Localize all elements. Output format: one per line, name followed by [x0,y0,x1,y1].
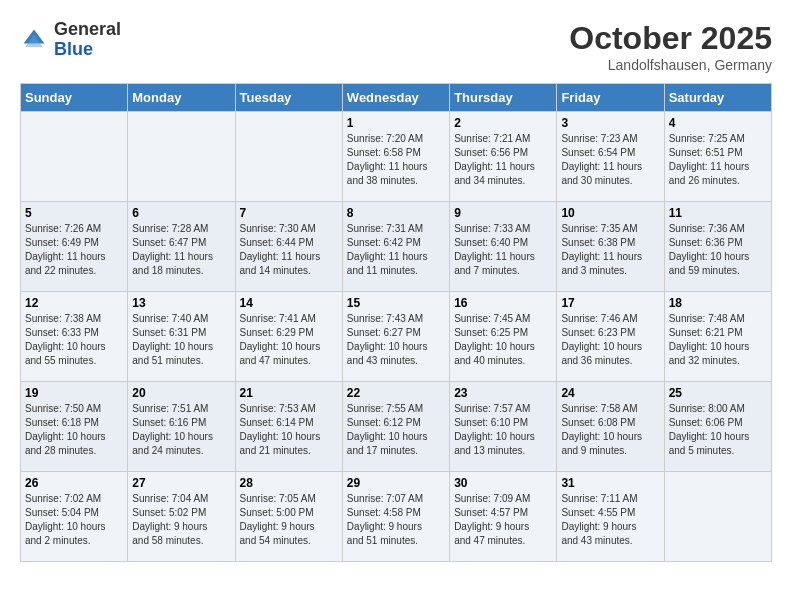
calendar-cell: 31Sunrise: 7:11 AM Sunset: 4:55 PM Dayli… [557,472,664,562]
day-number: 23 [454,386,552,400]
day-number: 2 [454,116,552,130]
day-info: Sunrise: 7:09 AM Sunset: 4:57 PM Dayligh… [454,492,552,548]
calendar-cell: 8Sunrise: 7:31 AM Sunset: 6:42 PM Daylig… [342,202,449,292]
calendar-cell: 4Sunrise: 7:25 AM Sunset: 6:51 PM Daylig… [664,112,771,202]
day-info: Sunrise: 7:05 AM Sunset: 5:00 PM Dayligh… [240,492,338,548]
calendar-body: 1Sunrise: 7:20 AM Sunset: 6:58 PM Daylig… [21,112,772,562]
day-info: Sunrise: 7:28 AM Sunset: 6:47 PM Dayligh… [132,222,230,278]
day-info: Sunrise: 7:11 AM Sunset: 4:55 PM Dayligh… [561,492,659,548]
day-number: 10 [561,206,659,220]
calendar-week-row: 1Sunrise: 7:20 AM Sunset: 6:58 PM Daylig… [21,112,772,202]
calendar-cell: 15Sunrise: 7:43 AM Sunset: 6:27 PM Dayli… [342,292,449,382]
calendar-cell: 13Sunrise: 7:40 AM Sunset: 6:31 PM Dayli… [128,292,235,382]
day-info: Sunrise: 7:41 AM Sunset: 6:29 PM Dayligh… [240,312,338,368]
day-info: Sunrise: 7:57 AM Sunset: 6:10 PM Dayligh… [454,402,552,458]
day-number: 4 [669,116,767,130]
calendar-cell: 24Sunrise: 7:58 AM Sunset: 6:08 PM Dayli… [557,382,664,472]
day-info: Sunrise: 7:31 AM Sunset: 6:42 PM Dayligh… [347,222,445,278]
weekday-header-cell: Friday [557,84,664,112]
day-info: Sunrise: 7:21 AM Sunset: 6:56 PM Dayligh… [454,132,552,188]
day-info: Sunrise: 7:36 AM Sunset: 6:36 PM Dayligh… [669,222,767,278]
weekday-header-cell: Thursday [450,84,557,112]
weekday-header-row: SundayMondayTuesdayWednesdayThursdayFrid… [21,84,772,112]
day-number: 18 [669,296,767,310]
day-info: Sunrise: 7:43 AM Sunset: 6:27 PM Dayligh… [347,312,445,368]
day-number: 26 [25,476,123,490]
calendar-cell: 6Sunrise: 7:28 AM Sunset: 6:47 PM Daylig… [128,202,235,292]
day-number: 27 [132,476,230,490]
day-info: Sunrise: 7:38 AM Sunset: 6:33 PM Dayligh… [25,312,123,368]
day-info: Sunrise: 7:55 AM Sunset: 6:12 PM Dayligh… [347,402,445,458]
month-title: October 2025 [569,20,772,57]
day-number: 20 [132,386,230,400]
day-number: 9 [454,206,552,220]
day-info: Sunrise: 7:48 AM Sunset: 6:21 PM Dayligh… [669,312,767,368]
weekday-header-cell: Sunday [21,84,128,112]
location: Landolfshausen, Germany [569,57,772,73]
calendar-cell: 3Sunrise: 7:23 AM Sunset: 6:54 PM Daylig… [557,112,664,202]
calendar-table: SundayMondayTuesdayWednesdayThursdayFrid… [20,83,772,562]
calendar-cell: 9Sunrise: 7:33 AM Sunset: 6:40 PM Daylig… [450,202,557,292]
calendar-cell: 11Sunrise: 7:36 AM Sunset: 6:36 PM Dayli… [664,202,771,292]
day-info: Sunrise: 7:07 AM Sunset: 4:58 PM Dayligh… [347,492,445,548]
logo-general: General [54,19,121,39]
calendar-cell: 28Sunrise: 7:05 AM Sunset: 5:00 PM Dayli… [235,472,342,562]
calendar-cell [664,472,771,562]
day-number: 25 [669,386,767,400]
calendar-cell: 14Sunrise: 7:41 AM Sunset: 6:29 PM Dayli… [235,292,342,382]
calendar-week-row: 26Sunrise: 7:02 AM Sunset: 5:04 PM Dayli… [21,472,772,562]
day-number: 5 [25,206,123,220]
calendar-cell: 12Sunrise: 7:38 AM Sunset: 6:33 PM Dayli… [21,292,128,382]
weekday-header-cell: Tuesday [235,84,342,112]
day-info: Sunrise: 7:04 AM Sunset: 5:02 PM Dayligh… [132,492,230,548]
day-info: Sunrise: 7:20 AM Sunset: 6:58 PM Dayligh… [347,132,445,188]
day-number: 11 [669,206,767,220]
logo-icon [20,26,48,54]
calendar-cell: 30Sunrise: 7:09 AM Sunset: 4:57 PM Dayli… [450,472,557,562]
day-info: Sunrise: 7:26 AM Sunset: 6:49 PM Dayligh… [25,222,123,278]
day-info: Sunrise: 7:35 AM Sunset: 6:38 PM Dayligh… [561,222,659,278]
calendar-cell: 7Sunrise: 7:30 AM Sunset: 6:44 PM Daylig… [235,202,342,292]
day-info: Sunrise: 7:51 AM Sunset: 6:16 PM Dayligh… [132,402,230,458]
day-number: 14 [240,296,338,310]
day-number: 31 [561,476,659,490]
calendar-cell: 23Sunrise: 7:57 AM Sunset: 6:10 PM Dayli… [450,382,557,472]
day-number: 19 [25,386,123,400]
weekday-header-cell: Monday [128,84,235,112]
day-info: Sunrise: 7:53 AM Sunset: 6:14 PM Dayligh… [240,402,338,458]
day-info: Sunrise: 8:00 AM Sunset: 6:06 PM Dayligh… [669,402,767,458]
calendar-cell: 29Sunrise: 7:07 AM Sunset: 4:58 PM Dayli… [342,472,449,562]
day-info: Sunrise: 7:58 AM Sunset: 6:08 PM Dayligh… [561,402,659,458]
weekday-header-cell: Saturday [664,84,771,112]
calendar-cell: 10Sunrise: 7:35 AM Sunset: 6:38 PM Dayli… [557,202,664,292]
day-number: 13 [132,296,230,310]
page-header: General Blue October 2025 Landolfshausen… [20,20,772,73]
day-number: 12 [25,296,123,310]
calendar-week-row: 12Sunrise: 7:38 AM Sunset: 6:33 PM Dayli… [21,292,772,382]
calendar-cell: 18Sunrise: 7:48 AM Sunset: 6:21 PM Dayli… [664,292,771,382]
day-info: Sunrise: 7:46 AM Sunset: 6:23 PM Dayligh… [561,312,659,368]
calendar-cell [21,112,128,202]
calendar-cell: 27Sunrise: 7:04 AM Sunset: 5:02 PM Dayli… [128,472,235,562]
calendar-cell: 19Sunrise: 7:50 AM Sunset: 6:18 PM Dayli… [21,382,128,472]
day-info: Sunrise: 7:45 AM Sunset: 6:25 PM Dayligh… [454,312,552,368]
calendar-cell: 26Sunrise: 7:02 AM Sunset: 5:04 PM Dayli… [21,472,128,562]
calendar-cell: 1Sunrise: 7:20 AM Sunset: 6:58 PM Daylig… [342,112,449,202]
day-number: 3 [561,116,659,130]
day-number: 6 [132,206,230,220]
calendar-week-row: 5Sunrise: 7:26 AM Sunset: 6:49 PM Daylig… [21,202,772,292]
day-number: 15 [347,296,445,310]
calendar-cell: 5Sunrise: 7:26 AM Sunset: 6:49 PM Daylig… [21,202,128,292]
day-info: Sunrise: 7:30 AM Sunset: 6:44 PM Dayligh… [240,222,338,278]
day-number: 29 [347,476,445,490]
calendar-cell: 21Sunrise: 7:53 AM Sunset: 6:14 PM Dayli… [235,382,342,472]
day-number: 28 [240,476,338,490]
day-number: 17 [561,296,659,310]
day-number: 30 [454,476,552,490]
title-block: October 2025 Landolfshausen, Germany [569,20,772,73]
day-info: Sunrise: 7:50 AM Sunset: 6:18 PM Dayligh… [25,402,123,458]
logo-blue: Blue [54,39,93,59]
day-number: 21 [240,386,338,400]
calendar-cell: 20Sunrise: 7:51 AM Sunset: 6:16 PM Dayli… [128,382,235,472]
calendar-cell: 25Sunrise: 8:00 AM Sunset: 6:06 PM Dayli… [664,382,771,472]
